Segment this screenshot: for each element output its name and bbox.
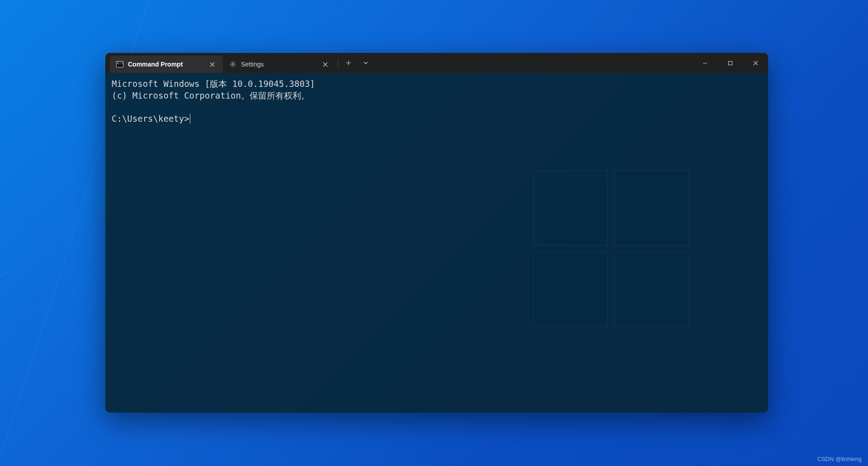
terminal-cursor <box>190 114 191 124</box>
titlebar-drag-region[interactable] <box>374 53 692 73</box>
tab-command-prompt[interactable]: Command Prompt <box>110 56 223 73</box>
svg-rect-1 <box>728 61 732 65</box>
terminal-body[interactable]: Microsoft Windows [版本 10.0.19045.3803] (… <box>105 73 768 413</box>
desktop-light-ray <box>0 271 9 466</box>
tab-close-button[interactable] <box>321 60 330 69</box>
minimize-button[interactable] <box>692 53 717 73</box>
settings-icon <box>229 61 236 68</box>
watermark: CSDN @linhieng <box>817 456 862 462</box>
titlebar[interactable]: Command Prompt Settings <box>105 53 768 73</box>
tab-label: Settings <box>241 61 316 68</box>
maximize-button[interactable] <box>717 53 743 73</box>
terminal-line: Microsoft Windows [版本 10.0.19045.3803] <box>112 79 315 89</box>
cmd-icon <box>116 61 123 68</box>
terminal-prompt: C:\Users\keety> <box>112 114 189 124</box>
terminal-window: Command Prompt Settings <box>105 53 768 413</box>
tab-settings[interactable]: Settings <box>223 56 336 73</box>
tab-dropdown-button[interactable] <box>357 53 374 73</box>
close-button[interactable] <box>743 53 768 73</box>
new-tab-button[interactable] <box>340 53 357 73</box>
tab-label: Command Prompt <box>128 61 203 68</box>
tab-close-button[interactable] <box>208 60 217 69</box>
tab-strip: Command Prompt Settings <box>105 53 374 73</box>
terminal-line: (c) Microsoft Corporation。保留所有权利。 <box>112 90 310 100</box>
svg-point-0 <box>232 63 234 65</box>
tab-divider <box>338 58 338 67</box>
